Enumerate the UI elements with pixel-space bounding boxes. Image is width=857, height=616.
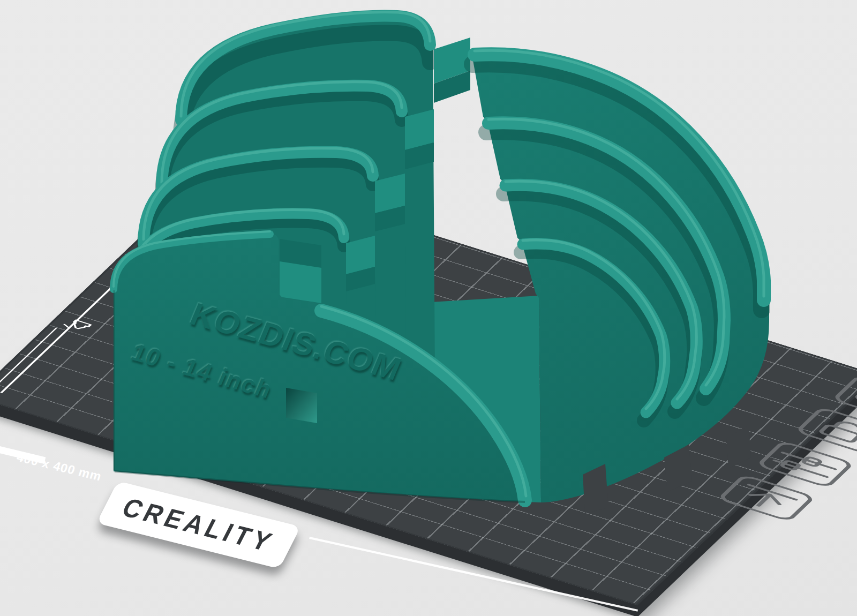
- slicer-3d-viewport[interactable]: 400 x 400 mm CREALITY: [0, 0, 857, 616]
- model-square-hole: [286, 388, 317, 423]
- model-laptop-stand[interactable]: [0, 0, 857, 616]
